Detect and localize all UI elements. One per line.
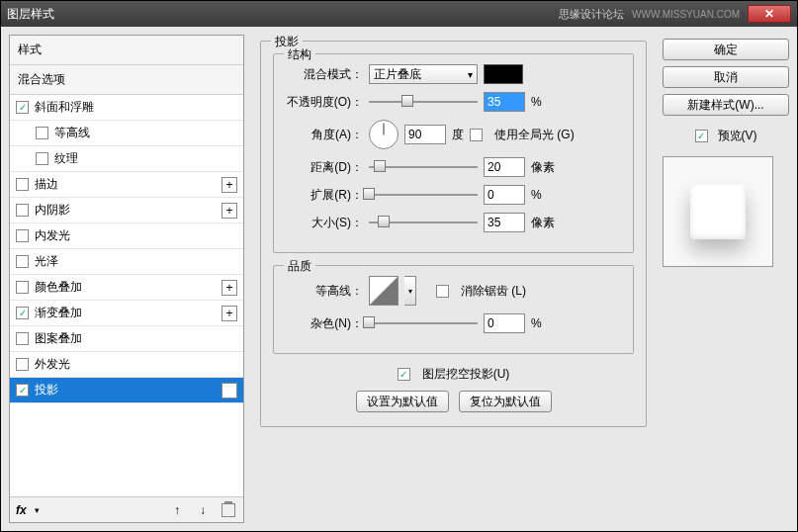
move-up-icon[interactable]: ↑ [168, 501, 186, 519]
style-checkbox[interactable] [16, 358, 29, 371]
quality-group: 品质 等高线： ▾ 消除锯齿 (L) 杂色(N)： 0 % [273, 265, 634, 354]
style-item-label: 斜面和浮雕 [35, 99, 237, 116]
fx-menu-caret[interactable]: ▾ [35, 505, 40, 515]
style-checkbox[interactable] [16, 255, 29, 268]
style-item-2[interactable]: 纹理 [10, 146, 243, 172]
window-title: 图层样式 [7, 6, 559, 23]
size-input[interactable]: 35 [484, 213, 525, 232]
reset-default-button[interactable]: 复位为默认值 [459, 391, 552, 412]
add-effect-icon[interactable]: + [222, 280, 237, 296]
preview-box [663, 156, 773, 267]
ok-button[interactable]: 确定 [663, 39, 789, 60]
blend-mode-select[interactable]: 正片叠底 [369, 64, 478, 84]
distance-slider[interactable] [369, 160, 478, 174]
style-item-9[interactable]: 图案叠加 [10, 326, 243, 352]
style-item-11[interactable]: 投影+ [10, 378, 243, 403]
style-checkbox[interactable] [16, 101, 29, 114]
style-item-label: 图案叠加 [35, 330, 237, 347]
style-item-4[interactable]: 内阴影+ [10, 198, 243, 223]
opacity-label: 不透明度(O)： [286, 94, 363, 111]
spread-input[interactable]: 0 [484, 185, 525, 205]
antialias-label: 消除锯齿 (L) [461, 283, 526, 300]
opacity-input[interactable]: 35 [484, 92, 525, 112]
size-slider[interactable] [369, 216, 478, 229]
opacity-unit: % [531, 95, 561, 109]
opacity-slider[interactable] [369, 95, 478, 109]
style-checkbox[interactable] [36, 152, 48, 165]
noise-input[interactable]: 0 [484, 313, 525, 333]
preview-shape [690, 184, 746, 239]
move-down-icon[interactable]: ↓ [194, 501, 212, 519]
noise-label: 杂色(N)： [286, 315, 363, 332]
style-item-label: 内发光 [35, 227, 237, 244]
preview-checkbox[interactable] [695, 130, 708, 142]
make-default-button[interactable]: 设置为默认值 [356, 391, 449, 412]
knockout-checkbox[interactable] [398, 368, 410, 381]
spread-unit: % [531, 188, 561, 202]
style-item-5[interactable]: 内发光 [10, 223, 243, 249]
style-checkbox[interactable] [16, 332, 29, 345]
global-light-label: 使用全局光 (G) [494, 127, 575, 143]
add-effect-icon[interactable]: + [222, 383, 237, 399]
style-item-label: 纹理 [54, 150, 237, 167]
fx-label[interactable]: fx [16, 503, 27, 517]
preview-label: 预览(V) [718, 128, 757, 144]
knockout-label: 图层挖空投影(U) [422, 366, 510, 383]
style-checkbox[interactable] [16, 204, 29, 217]
close-button[interactable]: ✕ [748, 5, 791, 23]
style-checkbox[interactable] [16, 229, 29, 242]
shadow-color-swatch[interactable] [484, 64, 523, 84]
antialias-checkbox[interactable] [436, 285, 449, 298]
quality-legend: 品质 [284, 258, 315, 275]
url-text: WWW.MISSYUAN.COM [632, 9, 740, 20]
settings-panel: 投影 结构 混合模式： 正片叠底 不透明度(O)： 35 % [252, 35, 655, 523]
distance-input[interactable]: 20 [484, 157, 525, 177]
style-item-1[interactable]: 等高线 [10, 121, 243, 146]
style-checkbox[interactable] [16, 178, 29, 191]
new-style-button[interactable]: 新建样式(W)... [663, 94, 789, 116]
spread-label: 扩展(R)： [286, 187, 363, 204]
trash-icon[interactable] [220, 501, 237, 519]
cancel-button[interactable]: 取消 [663, 66, 789, 88]
style-item-label: 外发光 [35, 356, 237, 373]
style-item-0[interactable]: 斜面和浮雕 [10, 95, 243, 121]
styles-panel: 样式 混合选项 斜面和浮雕等高线纹理描边+内阴影+内发光光泽颜色叠加+渐变叠加+… [9, 35, 244, 523]
add-effect-icon[interactable]: + [222, 306, 237, 321]
style-item-8[interactable]: 渐变叠加+ [10, 301, 243, 326]
titlebar: 图层样式 思缘设计论坛 WWW.MISSYUAN.COM ✕ [1, 1, 797, 27]
style-checkbox[interactable] [36, 127, 48, 139]
style-item-label: 渐变叠加 [35, 305, 222, 321]
distance-unit: 像素 [531, 159, 561, 176]
blend-mode-label: 混合模式： [286, 66, 363, 83]
style-checkbox[interactable] [16, 281, 29, 294]
structure-legend: 结构 [284, 46, 315, 63]
angle-dial[interactable] [369, 120, 399, 149]
style-item-7[interactable]: 颜色叠加+ [10, 275, 243, 301]
style-item-6[interactable]: 光泽 [10, 249, 243, 275]
add-effect-icon[interactable]: + [222, 203, 237, 219]
angle-input[interactable]: 90 [404, 125, 446, 144]
contour-dropdown[interactable]: ▾ [404, 276, 416, 306]
noise-slider[interactable] [369, 316, 478, 330]
size-unit: 像素 [531, 215, 561, 231]
contour-picker[interactable] [369, 276, 399, 306]
style-checkbox[interactable] [16, 307, 29, 319]
styles-header: 样式 [10, 36, 243, 65]
action-panel: 确定 取消 新建样式(W)... 预览(V) [663, 35, 789, 523]
distance-label: 距离(D)： [286, 159, 363, 176]
angle-unit: 度 [452, 127, 464, 143]
dialog-body: 样式 混合选项 斜面和浮雕等高线纹理描边+内阴影+内发光光泽颜色叠加+渐变叠加+… [1, 27, 797, 531]
add-effect-icon[interactable]: + [222, 177, 237, 193]
style-list: 斜面和浮雕等高线纹理描边+内阴影+内发光光泽颜色叠加+渐变叠加+图案叠加外发光投… [10, 95, 243, 496]
style-item-10[interactable]: 外发光 [10, 352, 243, 378]
blend-options-header[interactable]: 混合选项 [10, 65, 243, 95]
style-item-label: 投影 [35, 382, 222, 399]
layer-style-dialog: 图层样式 思缘设计论坛 WWW.MISSYUAN.COM ✕ 样式 混合选项 斜… [0, 0, 798, 532]
style-item-3[interactable]: 描边+ [10, 172, 243, 198]
style-item-label: 等高线 [54, 125, 237, 141]
style-checkbox[interactable] [16, 384, 29, 397]
contour-label: 等高线： [286, 283, 363, 300]
spread-slider[interactable] [369, 188, 478, 202]
global-light-checkbox[interactable] [470, 129, 483, 141]
noise-unit: % [531, 316, 561, 330]
